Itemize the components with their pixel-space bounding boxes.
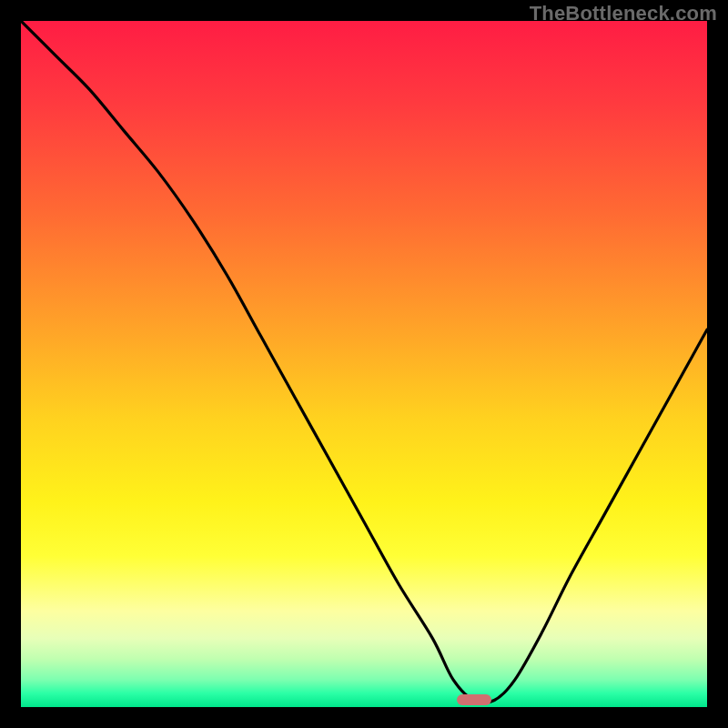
bottleneck-curve — [21, 21, 707, 707]
plot-area — [21, 21, 707, 707]
chart-frame: TheBottleneck.com — [0, 0, 728, 728]
optimal-point-marker — [457, 694, 491, 705]
watermark-text: TheBottleneck.com — [530, 2, 717, 25]
